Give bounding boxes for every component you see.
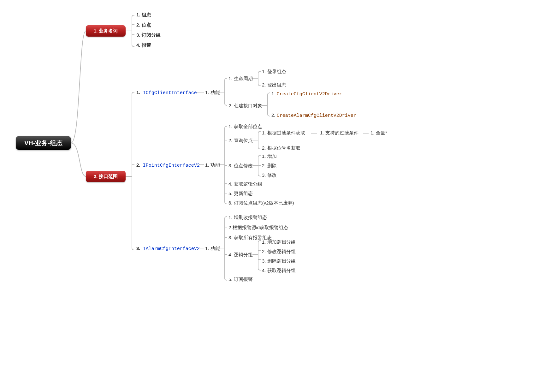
if3-4-4: 4. 获取逻辑分组	[262, 268, 296, 274]
if2-2: 2. 查询位点	[228, 138, 253, 144]
if2-3-3: 3. 修改	[262, 172, 277, 178]
if2-2-1: 1. 根据过滤条件获取	[262, 130, 305, 136]
if3-4-2: 2. 修改逻辑分组	[262, 249, 296, 255]
if2-3: 3. 位点修改	[228, 163, 253, 169]
if2: 2. IPointCfgInterfaceV2	[136, 162, 200, 168]
if1-create-1: 1. CreateCfgClientV2Driver	[271, 91, 342, 97]
if2-5: 5. 更新组态	[228, 191, 253, 197]
if2-2-1-1-1: 1. 全量*	[370, 130, 387, 136]
if1-create-2: 2. CreateAlarmCfgClientV2Driver	[271, 112, 356, 118]
if3-4-3: 3. 删除逻辑分组	[262, 258, 296, 264]
if3-4-1: 1. 增加逻辑分组	[262, 239, 296, 245]
if3-5: 5. 订阅报警	[228, 276, 253, 282]
if1: 1. ICfgClientInterface	[136, 90, 197, 96]
root-node: VH-业务-组态	[16, 136, 71, 150]
connector-layer	[0, 0, 545, 392]
if1-life-1: 1. 登录组态	[262, 69, 286, 75]
branch-interfaces: 2. 接口范围	[86, 171, 126, 182]
branch-terms: 1. 业务名词	[86, 25, 126, 37]
term-1: 1. 组态	[136, 12, 152, 18]
if2-3-2: 2. 删除	[262, 163, 277, 169]
if3-2: 2 根据报警源id获取报警组态	[228, 225, 288, 231]
if3-fn: 1. 功能	[205, 246, 220, 252]
term-2: 2. 位点	[136, 22, 152, 28]
if3-1: 1. 增删改报警组态	[228, 215, 267, 221]
if1-life: 1. 生命周期	[228, 76, 253, 82]
if2-2-1-1: 1. 支持的过滤条件	[320, 130, 358, 136]
if2-2-2: 2. 根据位号名获取	[262, 145, 300, 151]
if1-life-2: 2. 登出组态	[262, 82, 286, 88]
if3: 3. IAlarmCfgInterfaceV2	[136, 246, 200, 252]
if1-create: 2. 创建接口对象	[228, 103, 262, 109]
if2-4: 4. 获取逻辑分组	[228, 181, 262, 187]
if1-fn: 1. 功能	[205, 90, 220, 96]
if2-1: 1. 获取全部位点	[228, 124, 262, 130]
if3-4: 4. 逻辑分组	[228, 252, 253, 258]
term-4: 4. 报警	[136, 42, 152, 48]
term-3: 3. 订阅分组	[136, 32, 162, 38]
if2-3-1: 1. 增加	[262, 153, 277, 159]
if2-6: 6. 订阅位点组态(v2版本已废弃)	[228, 200, 294, 206]
if2-fn: 1. 功能	[205, 162, 220, 168]
